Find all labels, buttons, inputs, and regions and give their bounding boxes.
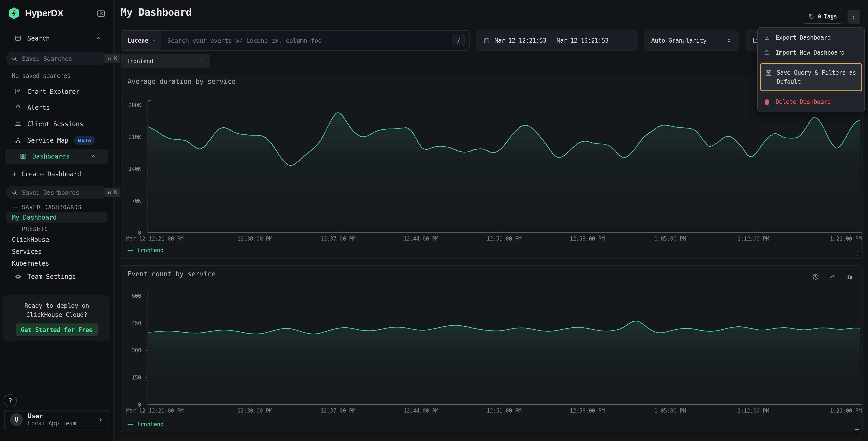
saved-dashboards-input[interactable]: ⌘ K (6, 186, 106, 199)
dashboard-menu-button[interactable] (847, 9, 860, 24)
panel-toolbar (812, 273, 853, 281)
preset-label: Kubernetes (12, 260, 49, 267)
chart-plot-area[interactable] (148, 105, 860, 233)
app-logo[interactable]: HyperDX (8, 7, 64, 20)
dots-vertical-icon (851, 13, 857, 20)
chevron-down-icon (151, 38, 156, 43)
sidebar-item-team-settings[interactable]: Team Settings (0, 270, 114, 283)
chart-plot-area[interactable] (148, 296, 860, 405)
main-content: My Dashboard 0 Tags Lucene / Mar 12 12:2… (114, 0, 868, 441)
x-axis-tick (338, 402, 338, 405)
sidebar-item-chart-explorer[interactable]: Chart Explorer (0, 85, 114, 98)
user-name: User (28, 413, 76, 420)
section-saved-dashboards[interactable]: SAVED DASHBOARDS (13, 204, 82, 210)
granularity-select[interactable]: Auto Granularity (644, 30, 739, 51)
upload-icon (763, 49, 771, 56)
x-axis-tick (753, 230, 753, 233)
preset-label: ClickHouse (12, 236, 49, 243)
section-presets[interactable]: PRESETS (13, 226, 48, 232)
panel-resize-handle[interactable] (855, 252, 859, 256)
sidebar-item-dashboards[interactable]: Dashboards (5, 149, 108, 164)
x-axis-tick (753, 402, 753, 405)
sidebar-item-label: Service Map (27, 137, 68, 144)
preset-label: Services (12, 248, 42, 255)
filter-chip-frontend[interactable]: frontend (121, 54, 210, 68)
x-axis-tick-label: 12:37:00 PM (320, 236, 355, 242)
sidebar-item-my-dashboard[interactable]: My Dashboard (6, 212, 107, 223)
x-axis-tick (148, 402, 148, 405)
x-axis-tick (860, 230, 860, 233)
section-title: SAVED DASHBOARDS (22, 204, 82, 210)
y-axis-tick (145, 105, 147, 106)
chart-explorer-icon (14, 88, 22, 95)
question-mark-icon: ? (8, 397, 12, 405)
chart-title: Average duration by service (127, 78, 236, 85)
line-chart-toggle-icon[interactable] (829, 273, 836, 281)
sidebar-item-services[interactable]: Services (12, 248, 42, 255)
x-axis-tick-label: Mar 12 12:21:00 PM (126, 236, 184, 242)
sidebar-collapse-icon[interactable] (97, 9, 106, 18)
promo-text: Ready to deploy on ClickHouse Cloud? (10, 301, 103, 319)
avatar: U (10, 413, 23, 426)
y-axis-tick-label: 210K (121, 134, 141, 140)
tags-button[interactable]: 0 Tags (803, 9, 842, 24)
legend-swatch (127, 249, 133, 251)
event-search-input[interactable] (161, 37, 453, 44)
x-axis-tick-label: 12:30:00 PM (237, 408, 272, 414)
plus-icon (11, 171, 17, 177)
y-axis-cap (148, 291, 151, 291)
y-axis-tick-label: 300 (121, 347, 141, 354)
sidebar-item-client-sessions[interactable]: Client Sessions (0, 118, 114, 130)
close-icon[interactable] (200, 59, 205, 63)
menu-item-delete-dashboard[interactable]: Delete Dashboard (758, 94, 864, 109)
y-axis-tick-label: 280K (121, 102, 141, 109)
legend-label: frontend (137, 421, 163, 428)
dashboards-grid-icon (20, 153, 26, 160)
save-icon (765, 69, 772, 77)
x-axis-tick-label: 1:12:00 PM (737, 408, 769, 414)
y-axis-tick-label: 150 (121, 375, 141, 381)
user-menu[interactable]: U User Local App Team (4, 410, 109, 429)
x-axis-tick (255, 402, 255, 405)
x-axis-tick-label: 12:44:00 PM (403, 236, 438, 242)
saved-searches-field[interactable] (22, 55, 100, 62)
y-axis-tick (145, 233, 147, 233)
get-started-button[interactable]: Get Started for Free (16, 323, 98, 336)
tag-icon (808, 13, 814, 20)
legend-swatch (127, 424, 133, 425)
menu-item-import-dashboard[interactable]: Import New Dashboard (758, 45, 864, 60)
x-axis-tick (504, 230, 504, 233)
saved-dashboards-field[interactable] (22, 189, 100, 196)
create-dashboard-button[interactable]: Create Dashboard (11, 170, 81, 178)
menu-item-export-dashboard[interactable]: Export Dashboard (758, 30, 864, 45)
chevron-updown-icon (726, 37, 732, 43)
sidebar-item-label: Client Sessions (27, 120, 83, 128)
panel-resize-handle[interactable] (855, 425, 859, 430)
y-axis-line (148, 291, 148, 405)
help-button[interactable]: ? (4, 394, 17, 407)
sidebar: HyperDX Search ⌘ K No saved searches Cha… (0, 0, 114, 441)
laptop-icon (14, 120, 22, 127)
date-range-picker[interactable]: Mar 12 12:21:53 - Mar 12 13:21:53 (476, 30, 638, 51)
sidebar-item-service-map[interactable]: Service Map BETA (0, 134, 114, 147)
time-range-icon[interactable] (812, 273, 819, 281)
y-axis-tick (145, 201, 147, 201)
sidebar-item-clickhouse[interactable]: ClickHouse (12, 236, 49, 243)
x-axis-tick-label: 1:21:00 PM (830, 408, 862, 414)
page-title: My Dashboard (121, 6, 192, 18)
query-language-select[interactable]: Lucene (121, 31, 161, 50)
chevron-down-icon (13, 205, 18, 210)
bell-icon (14, 104, 22, 111)
bar-chart-toggle-icon[interactable] (846, 273, 853, 281)
menu-item-save-query-filters-default[interactable]: Save Query & Filters as Default (760, 63, 862, 91)
app-title: HyperDX (25, 8, 64, 19)
sidebar-item-kubernetes[interactable]: Kubernetes (12, 260, 49, 267)
chart-legend: frontend (127, 421, 163, 428)
x-axis-tick-label: 12:51:00 PM (487, 408, 521, 414)
saved-searches-input[interactable]: ⌘ K (6, 52, 106, 65)
slash-shortcut-badge: / (453, 35, 465, 46)
sidebar-item-search[interactable]: Search (0, 32, 114, 45)
sidebar-item-alerts[interactable]: Alerts (0, 101, 114, 114)
y-axis-tick (145, 296, 147, 296)
line-chart (148, 296, 860, 405)
